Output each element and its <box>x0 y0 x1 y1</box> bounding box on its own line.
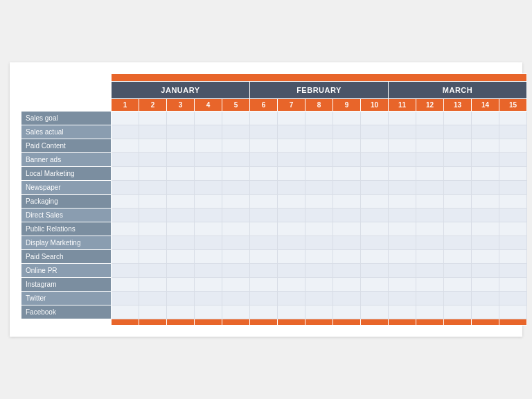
data-cell[interactable] <box>167 236 195 250</box>
data-cell[interactable] <box>222 181 250 195</box>
data-cell[interactable] <box>195 209 222 222</box>
data-cell[interactable] <box>278 209 305 222</box>
data-cell[interactable] <box>444 139 472 153</box>
data-cell[interactable] <box>222 195 250 209</box>
data-cell[interactable] <box>444 112 472 125</box>
data-cell[interactable] <box>112 264 139 278</box>
data-cell[interactable] <box>499 236 527 250</box>
data-cell[interactable] <box>444 250 472 264</box>
data-cell[interactable] <box>305 236 333 250</box>
data-cell[interactable] <box>416 167 444 181</box>
data-cell[interactable] <box>333 167 361 181</box>
data-cell[interactable] <box>305 278 333 292</box>
data-cell[interactable] <box>112 125 139 139</box>
data-cell[interactable] <box>499 292 527 305</box>
data-cell[interactable] <box>389 236 416 250</box>
data-cell[interactable] <box>389 181 416 195</box>
data-cell[interactable] <box>222 222 250 236</box>
data-cell[interactable] <box>499 264 527 278</box>
data-cell[interactable] <box>389 292 416 305</box>
data-cell[interactable] <box>361 139 389 153</box>
data-cell[interactable] <box>305 153 333 167</box>
data-cell[interactable] <box>195 167 222 181</box>
data-cell[interactable] <box>472 181 499 195</box>
data-cell[interactable] <box>222 153 250 167</box>
data-cell[interactable] <box>333 112 361 125</box>
data-cell[interactable] <box>112 305 139 319</box>
data-cell[interactable] <box>444 305 472 319</box>
data-cell[interactable] <box>250 305 278 319</box>
data-cell[interactable] <box>472 292 499 305</box>
data-cell[interactable] <box>389 125 416 139</box>
data-cell[interactable] <box>305 250 333 264</box>
data-cell[interactable] <box>305 264 333 278</box>
data-cell[interactable] <box>361 167 389 181</box>
data-cell[interactable] <box>139 209 167 222</box>
data-cell[interactable] <box>195 264 222 278</box>
data-cell[interactable] <box>222 264 250 278</box>
data-cell[interactable] <box>333 222 361 236</box>
data-cell[interactable] <box>222 125 250 139</box>
data-cell[interactable] <box>305 125 333 139</box>
data-cell[interactable] <box>195 153 222 167</box>
data-cell[interactable] <box>167 181 195 195</box>
data-cell[interactable] <box>472 112 499 125</box>
data-cell[interactable] <box>112 195 139 209</box>
data-cell[interactable] <box>389 250 416 264</box>
data-cell[interactable] <box>444 167 472 181</box>
data-cell[interactable] <box>167 209 195 222</box>
data-cell[interactable] <box>416 250 444 264</box>
data-cell[interactable] <box>444 292 472 305</box>
data-cell[interactable] <box>305 292 333 305</box>
data-cell[interactable] <box>278 153 305 167</box>
data-cell[interactable] <box>361 222 389 236</box>
data-cell[interactable] <box>499 153 527 167</box>
data-cell[interactable] <box>444 278 472 292</box>
data-cell[interactable] <box>305 139 333 153</box>
data-cell[interactable] <box>139 167 167 181</box>
data-cell[interactable] <box>499 125 527 139</box>
data-cell[interactable] <box>389 278 416 292</box>
data-cell[interactable] <box>416 222 444 236</box>
data-cell[interactable] <box>333 195 361 209</box>
data-cell[interactable] <box>389 153 416 167</box>
data-cell[interactable] <box>195 139 222 153</box>
data-cell[interactable] <box>222 250 250 264</box>
data-cell[interactable] <box>250 222 278 236</box>
data-cell[interactable] <box>167 195 195 209</box>
data-cell[interactable] <box>472 236 499 250</box>
data-cell[interactable] <box>333 250 361 264</box>
data-cell[interactable] <box>250 292 278 305</box>
data-cell[interactable] <box>416 153 444 167</box>
data-cell[interactable] <box>305 167 333 181</box>
data-cell[interactable] <box>361 264 389 278</box>
data-cell[interactable] <box>195 195 222 209</box>
data-cell[interactable] <box>250 250 278 264</box>
data-cell[interactable] <box>139 236 167 250</box>
data-cell[interactable] <box>139 264 167 278</box>
data-cell[interactable] <box>195 181 222 195</box>
data-cell[interactable] <box>167 125 195 139</box>
data-cell[interactable] <box>278 125 305 139</box>
data-cell[interactable] <box>305 195 333 209</box>
data-cell[interactable] <box>499 167 527 181</box>
data-cell[interactable] <box>333 278 361 292</box>
data-cell[interactable] <box>472 250 499 264</box>
data-cell[interactable] <box>250 195 278 209</box>
data-cell[interactable] <box>112 222 139 236</box>
data-cell[interactable] <box>195 125 222 139</box>
data-cell[interactable] <box>112 181 139 195</box>
data-cell[interactable] <box>112 153 139 167</box>
data-cell[interactable] <box>305 209 333 222</box>
data-cell[interactable] <box>167 153 195 167</box>
data-cell[interactable] <box>167 250 195 264</box>
data-cell[interactable] <box>222 305 250 319</box>
data-cell[interactable] <box>416 264 444 278</box>
data-cell[interactable] <box>389 222 416 236</box>
data-cell[interactable] <box>361 209 389 222</box>
data-cell[interactable] <box>361 181 389 195</box>
data-cell[interactable] <box>250 236 278 250</box>
data-cell[interactable] <box>278 305 305 319</box>
data-cell[interactable] <box>195 250 222 264</box>
data-cell[interactable] <box>167 278 195 292</box>
